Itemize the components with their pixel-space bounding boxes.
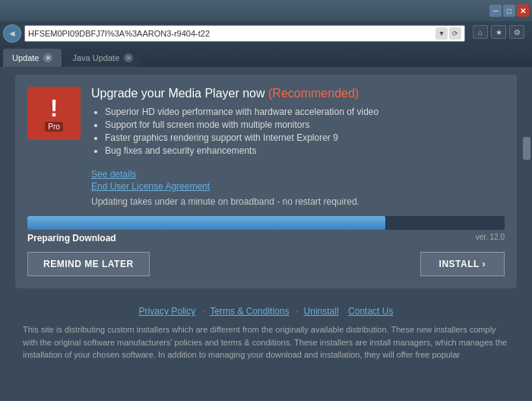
updating-text: Updating takes under a minute on broadba… bbox=[91, 196, 505, 207]
tab-update-label: Update bbox=[12, 53, 39, 62]
tab-close-java[interactable]: ✕ bbox=[124, 53, 133, 62]
scrollbar-thumb[interactable] bbox=[523, 137, 530, 160]
update-panel: ! Pro Upgrade your Media Player now (Rec… bbox=[15, 75, 517, 288]
progress-area: Preparing Download ver. 12.0 bbox=[27, 216, 505, 241]
feature-item: Bug fixes and security enhancements bbox=[105, 145, 378, 156]
settings-browser-button[interactable]: ⚙ bbox=[509, 25, 524, 39]
address-bar[interactable]: HFSEM0PI09DBFJ7I%3A%3AARON3-r9404-t22 ▼ … bbox=[24, 25, 465, 42]
uninstall-link[interactable]: Uninstall bbox=[304, 306, 339, 317]
maximize-button[interactable]: □ bbox=[503, 5, 515, 17]
contact-link[interactable]: Contact Us bbox=[348, 306, 393, 317]
tab-java-update[interactable]: Java Update ✕ bbox=[63, 49, 142, 67]
update-title: Upgrade your Media Player now (Recommend… bbox=[91, 87, 378, 100]
feature-item: Support for full screen mode with multip… bbox=[105, 119, 378, 130]
tab-java-label: Java Update bbox=[72, 53, 119, 62]
address-text: HFSEM0PI09DBFJ7I%3A%3AARON3-r9404-t22 bbox=[28, 29, 435, 38]
scrollbar[interactable] bbox=[521, 134, 532, 401]
tab-update[interactable]: Update ✕ bbox=[3, 49, 62, 67]
nav-bar: ◄ HFSEM0PI09DBFJ7I%3A%3AARON3-r9404-t22 … bbox=[0, 21, 532, 46]
privacy-policy-link[interactable]: Privacy Policy bbox=[139, 306, 196, 317]
footer-links: Privacy Policy · Terms & Conditions · Un… bbox=[23, 304, 509, 317]
exclamation-mark: ! bbox=[50, 96, 59, 120]
address-icons: ▼ ⟳ bbox=[435, 27, 461, 40]
footer-description: This site is distributing custom install… bbox=[23, 323, 509, 361]
close-button[interactable]: ✕ bbox=[517, 5, 529, 17]
home-browser-button[interactable]: ⌂ bbox=[473, 25, 488, 39]
search-dropdown-icon[interactable]: ▼ bbox=[435, 27, 448, 40]
links-area: See details End User License Agreement U… bbox=[91, 169, 505, 207]
terms-link[interactable]: Terms & Conditions bbox=[210, 306, 289, 317]
install-button[interactable]: INSTALL › bbox=[420, 252, 505, 276]
update-info: Upgrade your Media Player now (Recommend… bbox=[91, 87, 378, 158]
eula-link[interactable]: End User License Agreement bbox=[91, 181, 505, 192]
see-details-link[interactable]: See details bbox=[91, 169, 505, 180]
browser-chrome: ─ □ ✕ ◄ HFSEM0PI09DBFJ7I%3A%3AARON3-r940… bbox=[0, 0, 532, 46]
back-button[interactable]: ◄ bbox=[3, 24, 21, 43]
tab-close-update[interactable]: ✕ bbox=[43, 53, 52, 62]
favorites-button[interactable]: ★ bbox=[491, 25, 506, 39]
pro-badge: Pro bbox=[45, 122, 63, 132]
progress-bar-fill bbox=[27, 216, 385, 230]
update-header: ! Pro Upgrade your Media Player now (Rec… bbox=[27, 87, 505, 158]
feature-item: Faster graphics rendering support with I… bbox=[105, 132, 378, 143]
progress-bar-container bbox=[27, 216, 505, 230]
action-buttons: REMIND ME LATER INSTALL › bbox=[27, 252, 505, 276]
browser-action-buttons: ⌂ ★ ⚙ bbox=[468, 25, 529, 42]
tabs-row: Update ✕ Java Update ✕ bbox=[0, 46, 532, 67]
feature-item: Superior HD video performance with hardw… bbox=[105, 107, 378, 117]
title-bar: ─ □ ✕ bbox=[0, 0, 532, 21]
features-list: Superior HD video performance with hardw… bbox=[91, 107, 378, 156]
media-player-icon: ! Pro bbox=[27, 87, 81, 140]
footer-area: Privacy Policy · Terms & Conditions · Un… bbox=[0, 296, 532, 369]
content-area: ! Pro Upgrade your Media Player now (Rec… bbox=[0, 67, 532, 401]
refresh-icon[interactable]: ⟳ bbox=[449, 27, 461, 40]
minimize-button[interactable]: ─ bbox=[489, 5, 502, 17]
tabs-left: Update ✕ Java Update ✕ bbox=[0, 49, 532, 67]
remind-later-button[interactable]: REMIND ME LATER bbox=[27, 252, 150, 276]
